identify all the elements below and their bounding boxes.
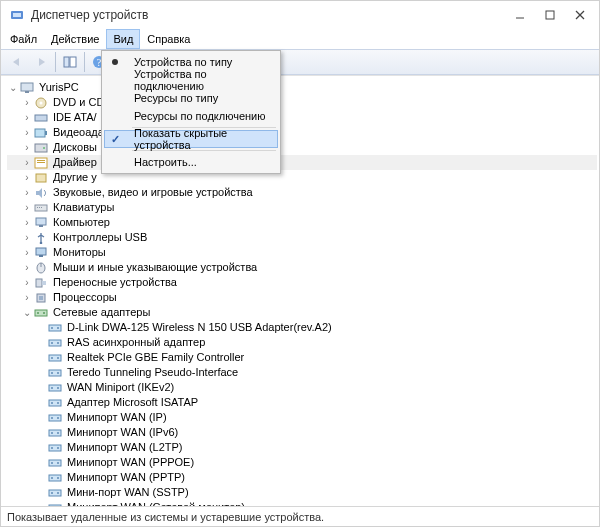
- expand-icon[interactable]: ⌄: [7, 80, 19, 95]
- tree-label: Звуковые, видео и игровые устройства: [53, 185, 253, 200]
- back-button[interactable]: [5, 51, 29, 73]
- tree-category[interactable]: › Мыши и иные указывающие устройства: [7, 260, 597, 275]
- netitem-icon: [47, 456, 63, 470]
- disc-icon: [33, 96, 49, 110]
- expand-icon[interactable]: ›: [21, 125, 33, 140]
- view-customize[interactable]: Настроить...: [104, 153, 278, 171]
- menu-item-label: Показать скрытые устройства: [134, 127, 277, 151]
- usb-icon: [33, 231, 49, 245]
- svg-rect-25: [39, 207, 40, 208]
- expand-icon[interactable]: ›: [21, 215, 33, 230]
- tree-category[interactable]: › IDE ATA/: [7, 110, 597, 125]
- expand-icon[interactable]: ›: [21, 140, 33, 155]
- tree-category[interactable]: › DVD и CD: [7, 95, 597, 110]
- tree-device[interactable]: Минипорт WAN (L2TP): [7, 440, 597, 455]
- main-pane: ⌄ YurisPC › DVD и CD › IDE ATA/ › Видеоа…: [1, 75, 599, 506]
- menu-view[interactable]: Вид: [106, 29, 140, 49]
- expand-icon[interactable]: ›: [21, 95, 33, 110]
- menu-file[interactable]: Файл: [3, 29, 44, 49]
- view-dropdown: Устройства по типу Устройства по подключ…: [101, 50, 281, 174]
- view-devices-by-connection[interactable]: Устройства по подключению: [104, 71, 278, 89]
- device-tree[interactable]: ⌄ YurisPC › DVD и CD › IDE ATA/ › Видеоа…: [1, 76, 599, 506]
- tree-device[interactable]: Мини-порт WAN (SSTP): [7, 485, 597, 500]
- expand-icon[interactable]: ›: [21, 110, 33, 125]
- statusbar: Показывает удаленные из системы и устаре…: [1, 506, 599, 526]
- expand-icon[interactable]: ›: [21, 290, 33, 305]
- tree-category[interactable]: › Звуковые, видео и игровые устройства: [7, 185, 597, 200]
- tree-device[interactable]: Минипорт WAN (Сетевой монитор): [7, 500, 597, 506]
- tree-category[interactable]: › Мониторы: [7, 245, 597, 260]
- tree-label: Минипорт WAN (L2TP): [67, 440, 183, 455]
- tree-category-network[interactable]: ⌄ Сетевые адаптеры: [7, 305, 597, 320]
- tree-category[interactable]: › Драйвер: [7, 155, 597, 170]
- radio-selected-icon: [112, 59, 118, 65]
- tree-category[interactable]: › Процессоры: [7, 290, 597, 305]
- netitem-icon: [47, 426, 63, 440]
- menubar: Файл Действие Вид Справка: [1, 29, 599, 49]
- comp-icon: [33, 216, 49, 230]
- view-resources-by-connection[interactable]: Ресурсы по подключению: [104, 107, 278, 125]
- svg-rect-26: [41, 207, 42, 208]
- tree-device[interactable]: Минипорт WAN (IP): [7, 410, 597, 425]
- expand-icon[interactable]: ›: [21, 260, 33, 275]
- tree-device[interactable]: Teredo Tunneling Pseudo-Interface: [7, 365, 597, 380]
- show-hide-tree-button[interactable]: [58, 51, 82, 73]
- svg-rect-47: [49, 355, 61, 361]
- expand-icon[interactable]: ›: [21, 245, 33, 260]
- tree-category[interactable]: › Другие у: [7, 170, 597, 185]
- maximize-button[interactable]: [535, 5, 565, 25]
- tree-category[interactable]: › Переносные устройства: [7, 275, 597, 290]
- svg-point-60: [51, 417, 53, 419]
- tree-device[interactable]: Адаптер Microsoft ISATAP: [7, 395, 597, 410]
- tree-device[interactable]: WAN Miniport (IKEv2): [7, 380, 597, 395]
- svg-point-51: [51, 372, 53, 374]
- menu-item-label: Устройства по типу: [134, 56, 232, 68]
- svg-point-39: [37, 312, 39, 314]
- expand-icon[interactable]: ›: [21, 200, 33, 215]
- tree-device[interactable]: Realtek PCIe GBE Family Controller: [7, 350, 597, 365]
- tree-category[interactable]: › Контроллеры USB: [7, 230, 597, 245]
- tree-category[interactable]: › Дисковы: [7, 140, 597, 155]
- menu-action[interactable]: Действие: [44, 29, 106, 49]
- svg-point-69: [51, 462, 53, 464]
- tree-device[interactable]: Минипорт WAN (PPTP): [7, 470, 597, 485]
- view-resources-by-type[interactable]: Ресурсы по типу: [104, 89, 278, 107]
- svg-rect-37: [39, 296, 43, 300]
- menu-item-label: Ресурсы по типу: [134, 92, 218, 104]
- tree-category[interactable]: › Компьютер: [7, 215, 597, 230]
- expand-icon[interactable]: ›: [21, 230, 33, 245]
- svg-point-52: [57, 372, 59, 374]
- hdd-icon: [33, 141, 49, 155]
- tree-category[interactable]: › Видеоада: [7, 125, 597, 140]
- expand-icon[interactable]: ›: [21, 185, 33, 200]
- menu-help[interactable]: Справка: [140, 29, 197, 49]
- svg-rect-41: [49, 325, 61, 331]
- minimize-button[interactable]: [505, 5, 535, 25]
- svg-point-43: [57, 327, 59, 329]
- tree-device[interactable]: Минипорт WAN (IPv6): [7, 425, 597, 440]
- tree-label: Видеоада: [53, 125, 104, 140]
- tree-category[interactable]: › Клавиатуры: [7, 200, 597, 215]
- tree-label: Минипорт WAN (IP): [67, 410, 167, 425]
- tree-device[interactable]: RAS асинхронный адаптер: [7, 335, 597, 350]
- expand-icon[interactable]: ›: [21, 170, 33, 185]
- tree-device[interactable]: D-Link DWA-125 Wireless N 150 USB Adapte…: [7, 320, 597, 335]
- expand-icon[interactable]: ›: [21, 275, 33, 290]
- forward-button[interactable]: [29, 51, 53, 73]
- tree-device[interactable]: Минипорт WAN (PPPOE): [7, 455, 597, 470]
- view-show-hidden[interactable]: ✓ Показать скрытые устройства: [104, 130, 278, 148]
- tree-label: Мониторы: [53, 245, 106, 260]
- netitem-icon: [47, 486, 63, 500]
- expand-icon[interactable]: ⌄: [21, 305, 33, 320]
- svg-point-75: [51, 492, 53, 494]
- tree-label: Процессоры: [53, 290, 117, 305]
- tree-root[interactable]: ⌄ YurisPC: [7, 80, 597, 95]
- svg-rect-3: [546, 11, 554, 19]
- expand-icon[interactable]: ›: [21, 155, 33, 170]
- netitem-icon: [47, 366, 63, 380]
- svg-point-42: [51, 327, 53, 329]
- svg-point-40: [43, 312, 45, 314]
- svg-rect-38: [35, 310, 47, 316]
- close-button[interactable]: [565, 5, 595, 25]
- svg-point-49: [57, 357, 59, 359]
